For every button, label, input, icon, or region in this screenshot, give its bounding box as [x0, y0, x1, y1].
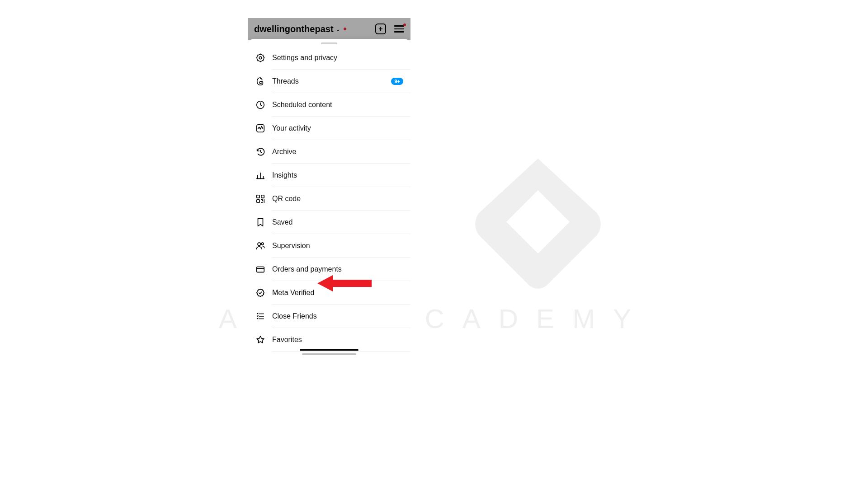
menu-item-verified[interactable]: Meta Verified	[248, 281, 410, 305]
svg-rect-9	[261, 195, 264, 198]
watermark-shape-right	[470, 154, 606, 290]
svg-rect-13	[257, 267, 264, 272]
menu-item-label: Supervision	[272, 242, 310, 250]
star-icon	[255, 334, 266, 345]
profile-header: dwellingonthepast ⌄ +	[248, 18, 410, 40]
menu-item-label: Meta Verified	[272, 289, 314, 297]
gear-icon	[255, 52, 266, 63]
threads-icon	[255, 76, 266, 87]
menu-item-qr[interactable]: QR code	[248, 187, 410, 211]
qr-icon	[255, 193, 266, 204]
history-icon	[255, 146, 266, 157]
menu-item-threads[interactable]: Threads9+	[248, 70, 410, 93]
seal-icon	[255, 287, 266, 298]
list-icon	[255, 311, 266, 322]
people-icon	[255, 240, 266, 251]
menu-item-label: Scheduled content	[272, 101, 332, 109]
badge: 9+	[391, 78, 403, 85]
menu-item-label: Settings and privacy	[272, 54, 337, 62]
menu-item-close[interactable]: Close Friends	[248, 305, 410, 328]
bar-icon	[255, 170, 266, 181]
menu-item-label: Close Friends	[272, 312, 317, 320]
menu-item-orders[interactable]: Orders and payments	[248, 258, 410, 281]
card-icon	[255, 264, 266, 275]
menu-item-insights[interactable]: Insights	[248, 164, 410, 187]
menu-list: Settings and privacyThreads9+Scheduled c…	[248, 46, 410, 358]
create-post-button[interactable]: +	[375, 23, 386, 34]
clock-icon	[255, 99, 266, 110]
svg-rect-8	[257, 195, 259, 198]
menu-item-label: Insights	[272, 171, 297, 179]
svg-point-4	[257, 54, 264, 61]
phone-frame: dwellingonthepast ⌄ + Settings and priva…	[248, 18, 410, 358]
home-indicator	[300, 349, 359, 355]
menu-item-settings[interactable]: Settings and privacy	[248, 46, 410, 70]
menu-item-favorites[interactable]: Favorites	[248, 328, 410, 352]
menu-item-label: Favorites	[272, 336, 302, 344]
activity-icon	[255, 123, 266, 134]
svg-rect-10	[257, 200, 259, 202]
menu-item-scheduled[interactable]: Scheduled content	[248, 93, 410, 117]
chevron-down-icon: ⌄	[335, 25, 341, 33]
notification-dot-icon	[403, 23, 406, 26]
svg-point-12	[261, 243, 264, 245]
menu-item-saved[interactable]: Saved	[248, 211, 410, 234]
sheet-grabber[interactable]	[321, 42, 337, 44]
menu-item-activity[interactable]: Your activity	[248, 117, 410, 140]
bookmark-icon	[255, 217, 266, 228]
menu-item-label: Orders and payments	[272, 265, 342, 273]
svg-point-11	[258, 243, 260, 245]
menu-item-archive[interactable]: Archive	[248, 140, 410, 164]
menu-item-label: Archive	[272, 148, 296, 156]
notification-dot-icon	[344, 28, 346, 30]
bottom-sheet: Settings and privacyThreads9+Scheduled c…	[248, 39, 410, 358]
username-label: dwellingonthepast	[254, 24, 334, 34]
menu-item-label: Your activity	[272, 124, 311, 132]
menu-item-label: QR code	[272, 195, 301, 203]
menu-item-label: Saved	[272, 218, 292, 226]
username-switcher[interactable]: dwellingonthepast ⌄	[254, 24, 346, 34]
menu-item-label: Threads	[272, 77, 299, 85]
svg-point-5	[259, 56, 262, 59]
menu-item-supervision[interactable]: Supervision	[248, 234, 410, 258]
hamburger-menu-button[interactable]	[394, 25, 404, 33]
